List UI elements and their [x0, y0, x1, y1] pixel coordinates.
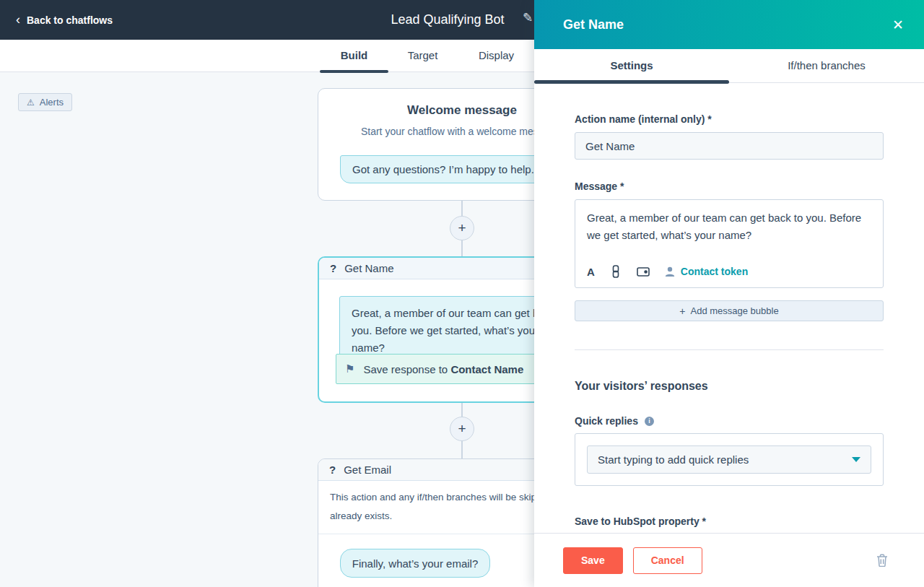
- quick-replies-label: Quick replies: [575, 415, 638, 427]
- quick-replies-placeholder: Start typing to add quick replies: [598, 453, 749, 466]
- quick-replies-dropdown[interactable]: Start typing to add quick replies: [587, 445, 871, 474]
- panel-tab-ifthen[interactable]: If/then branches: [729, 49, 924, 82]
- plus-icon: +: [458, 421, 466, 437]
- action-name-label: Action name (internal only) *: [575, 113, 884, 125]
- save-property-label: Save to HubSpot property *: [575, 516, 884, 527]
- panel-tabs: Settings If/then branches: [534, 49, 924, 83]
- message-label: Message *: [575, 181, 884, 192]
- panel-title: Get Name: [563, 17, 624, 32]
- tab-build[interactable]: Build: [320, 40, 388, 72]
- get-name-card-title: Get Name: [344, 262, 393, 274]
- info-icon[interactable]: i: [645, 417, 654, 426]
- contact-token-label: Contact token: [681, 266, 748, 277]
- tab-build-label: Build: [341, 49, 368, 61]
- action-name-input[interactable]: [575, 132, 884, 160]
- quick-replies-box: Start typing to add quick replies: [575, 433, 884, 486]
- panel-tab-settings[interactable]: Settings: [534, 49, 729, 82]
- get-email-card-title: Get Email: [344, 464, 391, 476]
- message-toolbar: A Contact token: [575, 261, 883, 287]
- question-icon: ?: [329, 464, 336, 476]
- panel-footer: Save Cancel: [534, 533, 924, 587]
- active-tab-underline: [320, 70, 388, 73]
- add-message-bubble-label: Add message bubble: [691, 305, 779, 316]
- person-icon: [665, 266, 675, 277]
- quick-replies-row: Quick replies i: [575, 415, 884, 427]
- chevron-down-icon: [852, 457, 860, 462]
- link-icon[interactable]: [610, 265, 622, 278]
- back-label: Back to chatflows: [27, 14, 113, 26]
- alerts-label: Alerts: [40, 97, 64, 108]
- edit-pencil-icon[interactable]: ✎: [523, 10, 533, 25]
- plus-icon: +: [458, 220, 466, 236]
- alerts-button[interactable]: ⚠ Alerts: [18, 93, 72, 111]
- tab-display[interactable]: Display: [466, 40, 527, 72]
- delete-trash-icon[interactable]: [876, 554, 888, 567]
- add-message-bubble-button[interactable]: + Add message bubble: [575, 300, 884, 321]
- video-icon[interactable]: [637, 266, 650, 277]
- close-icon[interactable]: ✕: [889, 14, 907, 36]
- message-editor: Great, a member of our team can get back…: [575, 199, 884, 288]
- back-to-chatflows-button[interactable]: ‹ Back to chatflows: [16, 0, 113, 40]
- tab-target-label: Target: [408, 49, 438, 61]
- save-response-prefix: Save response to: [363, 363, 448, 375]
- responses-heading: Your visitors’ responses: [575, 380, 884, 393]
- panel-content: Action name (internal only) * Message * …: [534, 84, 924, 533]
- tab-display-label: Display: [479, 49, 514, 61]
- cancel-button[interactable]: Cancel: [633, 547, 702, 574]
- bot-title: Lead Qualifying Bot: [375, 0, 520, 40]
- warning-icon: ⚠: [27, 97, 35, 108]
- add-action-button[interactable]: +: [450, 417, 474, 441]
- chevron-left-icon: ‹: [16, 13, 20, 26]
- save-button[interactable]: Save: [563, 547, 623, 574]
- tab-target[interactable]: Target: [396, 40, 450, 72]
- action-editor-panel: Get Name ✕ Settings If/then branches Act…: [534, 0, 924, 587]
- question-icon: ?: [330, 262, 336, 274]
- text-format-icon[interactable]: A: [587, 266, 595, 278]
- panel-header: Get Name ✕: [534, 0, 924, 49]
- contact-token-button[interactable]: Contact token: [665, 266, 748, 277]
- get-email-message-bubble[interactable]: Finally, what’s your email?: [340, 549, 490, 578]
- save-response-property: Contact Name: [450, 363, 523, 375]
- flag-icon: ⚑: [345, 362, 354, 375]
- plus-icon: +: [679, 305, 685, 317]
- save-response-text: Save response to Contact Name: [363, 363, 523, 375]
- add-action-button[interactable]: +: [450, 216, 474, 240]
- chatflow-builder-app: ‹ Back to chatflows Lead Qualifying Bot …: [0, 0, 924, 587]
- section-divider: [575, 349, 884, 350]
- message-textbox[interactable]: Great, a member of our team can get back…: [575, 200, 883, 261]
